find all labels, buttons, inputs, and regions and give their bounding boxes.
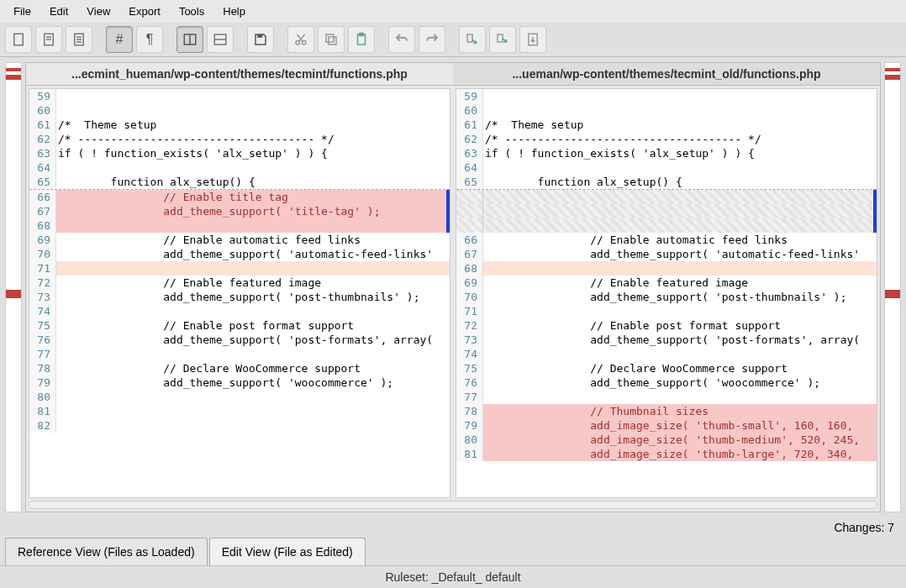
code-line: 80 [29,390,450,404]
code-line: 75 // Declare WooCommerce support [456,361,877,375]
undo-icon[interactable] [388,26,415,53]
view-tabs: Reference View (Files as Loaded)Edit Vie… [0,538,906,565]
code-line [456,204,877,218]
menu-help[interactable]: Help [214,2,254,21]
doc2-icon[interactable] [66,26,92,53]
file-tabs: ...ecmint_hueman/wp-content/themes/tecmi… [26,63,880,86]
overview-ruler-right[interactable] [884,62,901,512]
status-ruleset: Ruleset: _Default_ default [0,565,906,588]
cut-icon[interactable] [287,26,314,53]
hash-toggle-icon[interactable]: # [106,26,133,53]
svg-rect-0 [14,34,24,45]
code-line: 79 add_image_size( 'thumb-small', 160, 1… [456,418,877,433]
redo-icon[interactable] [419,26,445,53]
code-line: 76 add_theme_support( 'post-formats', ar… [29,333,450,347]
code-line: 61/* Theme setup [29,118,450,132]
code-line: 71 [29,261,450,276]
tab-right[interactable]: ...ueman/wp-content/themes/tecmint_old/f… [453,63,880,86]
code-line: 62/* -----------------------------------… [29,132,450,146]
code-line: 78 // Thumbnail sizes [456,404,877,418]
code-line: 61/* Theme setup [456,118,877,132]
code-line: 71 [456,304,877,318]
copy-icon[interactable] [318,26,345,53]
code-line: 63if ( ! function_exists( 'alx_setup' ) … [456,146,877,160]
code-line: 74 [456,347,877,361]
code-line: 65 function alx_setup() { [456,175,877,190]
menu-edit[interactable]: Edit [41,2,76,21]
code-line: 72 // Enable featured image [29,276,450,290]
code-line: 72 // Enable post format support [456,318,877,333]
svg-rect-17 [329,37,336,45]
svg-rect-22 [498,34,503,42]
code-line: 60 [456,103,877,118]
code-line: 60 [29,103,450,118]
split-horizontal-icon[interactable] [207,26,234,53]
menu-file[interactable]: File [5,2,40,21]
code-line: 80 add_image_size( 'thumb-medium', 520, … [456,433,877,447]
menu-export[interactable]: Export [120,2,169,21]
code-line: 78 // Declare WooCommerce support [29,361,450,375]
code-line: 64 [456,160,877,175]
code-line: 66 // Enable automatic feed links [456,233,877,247]
pane-right[interactable]: 596061/* Theme setup62/* ---------------… [456,88,877,498]
code-line: 81 add_image_size( 'thumb-large', 720, 3… [456,447,877,461]
changes-count: Changes: 7 [0,517,906,538]
svg-rect-12 [257,34,262,38]
merge-left-icon[interactable] [459,26,486,53]
code-line: 81 [29,404,450,418]
svg-rect-20 [360,34,364,36]
merge-right-icon[interactable] [489,26,516,53]
menu-tools[interactable]: Tools [171,2,213,21]
view-tab-1[interactable]: Edit View (File as Edited) [209,538,366,565]
code-line: 67 add_theme_support( 'automatic-feed-li… [456,247,877,261]
code-line: 76 add_theme_support( 'woocommerce' ); [456,375,877,390]
export-icon[interactable] [519,26,546,53]
code-line [456,218,877,233]
svg-rect-21 [467,34,472,42]
view-tab-0[interactable]: Reference View (Files as Loaded) [5,538,208,565]
code-line: 77 [29,347,450,361]
code-line: 70 add_theme_support( 'automatic-feed-li… [29,247,450,261]
doc1-icon[interactable] [35,26,62,53]
menu-view[interactable]: View [78,2,119,21]
overview-ruler[interactable] [5,62,22,512]
code-line: 69 // Enable featured image [456,276,877,290]
paste-icon[interactable] [348,26,375,53]
content-area: ...ecmint_hueman/wp-content/themes/tecmi… [0,57,906,517]
horizontal-scrollbar[interactable] [29,501,877,509]
code-line: 82 [29,418,450,433]
split-vertical-icon[interactable] [176,26,203,53]
code-line: 63if ( ! function_exists( 'alx_setup' ) … [29,146,450,160]
diff-panes: ...ecmint_hueman/wp-content/themes/tecmi… [25,62,881,512]
code-line: 66 // Enable title tag [29,190,450,204]
pane-left[interactable]: 596061/* Theme setup62/* ---------------… [29,88,450,498]
code-line: 74 [29,304,450,318]
tab-left[interactable]: ...ecmint_hueman/wp-content/themes/tecmi… [26,63,453,86]
footer: Changes: 7 Reference View (Files as Load… [0,517,906,588]
new-icon[interactable] [5,26,32,53]
code-line: 59 [29,89,450,103]
code-line: 79 add_theme_support( 'woocommerce' ); [29,375,450,390]
pilcrow-icon[interactable]: ¶ [136,26,163,53]
code-line: 68 [456,261,877,276]
code-line: 68 [29,218,450,233]
code-line: 70 add_theme_support( 'post-thumbnails' … [456,290,877,304]
save-icon[interactable] [247,26,274,53]
code-line: 64 [29,160,450,175]
code-line: 73 add_theme_support( 'post-thumbnails' … [29,290,450,304]
code-line: 62/* -----------------------------------… [456,132,877,146]
menubar: FileEditViewExportToolsHelp [0,0,906,23]
code-line: 65 function alx_setup() { [29,175,450,190]
svg-rect-18 [326,34,334,42]
code-line: 69 // Enable automatic feed links [29,233,450,247]
toolbar: # ¶ [0,23,906,57]
code-line: 73 add_theme_support( 'post-formats', ar… [456,333,877,347]
code-line: 75 // Enable post format support [29,318,450,333]
code-line: 67 add_theme_support( 'title-tag' ); [29,204,450,218]
code-line: 77 [456,390,877,404]
code-line [456,190,877,204]
code-line: 59 [456,89,877,103]
